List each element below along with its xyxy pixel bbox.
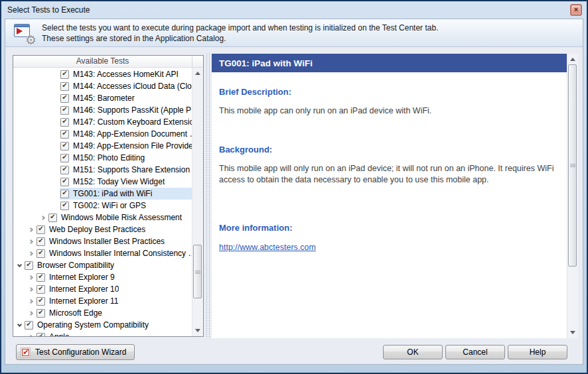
details-scrollbar[interactable] <box>567 54 578 338</box>
expander-icon[interactable] <box>27 288 36 291</box>
tree-item-label: Operating System Compatibility <box>37 320 149 330</box>
tree-item-checkbox[interactable]: ✔ <box>60 118 69 127</box>
tree-item-label: Web Deploy Best Practices <box>49 225 145 234</box>
section-heading: Brief Description: <box>219 87 556 97</box>
expander-icon[interactable] <box>27 336 36 337</box>
banner-line1: Select the tests you want to execute dur… <box>42 23 438 32</box>
dialog-buttons: OK Cancel Help <box>383 345 567 359</box>
tree-rows: ✔ M143: Accesses HomeKit API ✔ M144: Acc… <box>13 68 192 336</box>
main-content: Available Tests ✔ M143: Accesses HomeKit… <box>5 47 583 340</box>
scroll-down-icon[interactable] <box>567 328 578 338</box>
tree-item-checkbox[interactable]: ✔ <box>60 166 69 174</box>
cancel-button[interactable]: Cancel <box>445 345 505 359</box>
tree-item[interactable]: ✔ Web Deploy Best Practices <box>13 223 192 235</box>
available-tests-panel: Available Tests ✔ M143: Accesses HomeKit… <box>13 55 204 337</box>
tree-item[interactable]: ✔ Windows Mobile Risk Assessment <box>13 212 192 223</box>
tree-item[interactable]: ✔ M144: Accesses iCloud Data (Clo… <box>13 80 192 92</box>
tree-item-checkbox[interactable]: ✔ <box>60 178 69 186</box>
tree-item[interactable]: ✔ TG001: iPad with WiFi <box>13 188 192 200</box>
details-title-bar: TG001: iPad with WiFi <box>212 54 567 72</box>
expander-icon[interactable] <box>27 228 36 231</box>
tree-item[interactable]: ✔ Internet Explorer 9 <box>13 271 192 283</box>
expander-icon[interactable] <box>27 312 36 315</box>
close-icon[interactable]: × <box>571 5 581 15</box>
tree-item-checkbox[interactable]: ✔ <box>60 202 69 210</box>
tree-item-checkbox[interactable]: ✔ <box>37 237 45 246</box>
details-title: TG001: iPad with WiFi <box>219 58 313 68</box>
tree-item-label: Windows Mobile Risk Assessment <box>61 213 182 222</box>
tree-item-checkbox[interactable]: ✔ <box>37 297 45 306</box>
tree-item[interactable]: ✔ Windows Installer Best Practices <box>13 235 192 247</box>
tree-item-checkbox[interactable]: ✔ <box>25 321 33 330</box>
scroll-down-icon[interactable] <box>192 326 203 336</box>
tree-item[interactable]: ✔ Internet Explorer 11 <box>13 295 192 307</box>
expander-icon[interactable] <box>15 263 24 268</box>
tree-item-checkbox[interactable]: ✔ <box>37 225 45 234</box>
tree-header-cap <box>192 56 203 67</box>
tree-item[interactable]: ✔ Operating System Compatibility <box>13 319 192 331</box>
tree-item-checkbox[interactable]: ✔ <box>37 285 45 294</box>
window-title: Select Tests to Execute <box>7 5 90 15</box>
tree-item[interactable]: ✔ M148: App-Extension Document … <box>13 128 192 140</box>
tree-item-checkbox[interactable]: ✔ <box>37 333 45 337</box>
test-configuration-wizard-button[interactable]: Test Configuration Wizard <box>16 344 135 360</box>
details-scrollbar-thumb[interactable] <box>568 64 577 267</box>
expander-icon[interactable] <box>15 323 24 328</box>
tree-item[interactable]: ✔ Microsoft Edge <box>13 307 192 319</box>
tree-item-label: Internet Explorer 11 <box>49 296 119 306</box>
tree-item-label: M143: Accesses HomeKit API <box>73 70 179 79</box>
expander-icon[interactable] <box>27 252 36 255</box>
tree-column-header[interactable]: Available Tests <box>13 56 203 68</box>
panel-splitter[interactable] <box>206 54 211 338</box>
tree-item-label: TG002: WiFi or GPS <box>73 201 146 210</box>
expander-icon[interactable] <box>27 240 36 243</box>
gear-icon: ⚙ <box>25 34 37 46</box>
tree-scrollbar-thumb[interactable] <box>193 245 202 298</box>
app-config-icon: ⚙ <box>13 23 35 44</box>
tree-item[interactable]: ✔ M151: Supports Share Extension <box>13 164 192 176</box>
tree-body: ✔ M143: Accesses HomeKit API ✔ M144: Acc… <box>13 68 203 336</box>
tree-item-checkbox[interactable]: ✔ <box>60 154 69 162</box>
tree-item-checkbox[interactable]: ✔ <box>60 106 69 115</box>
tree-item-checkbox[interactable]: ✔ <box>37 273 45 282</box>
tree-item[interactable]: ✔ M147: Custom Keyboard Extension <box>13 116 192 128</box>
tree-item-checkbox[interactable]: ✔ <box>60 130 69 139</box>
expander-icon[interactable] <box>27 300 36 303</box>
more-info-link[interactable]: http://www.abctesters.com <box>219 243 316 252</box>
section-heading: More information: <box>219 223 556 233</box>
tree-item[interactable]: ✔ Windows Installer Internal Consistency… <box>13 247 192 259</box>
section-body: This mobile app will only run on an iPad… <box>219 163 556 186</box>
details-content: Brief Description: This mobile app can o… <box>212 72 567 338</box>
tree-item-checkbox[interactable]: ✔ <box>25 261 33 270</box>
scroll-up-icon[interactable] <box>192 68 203 78</box>
tree-item[interactable]: ✔ M150: Photo Editing <box>13 152 192 164</box>
ok-button[interactable]: OK <box>383 345 443 359</box>
tree-item[interactable]: ✔ Apple <box>13 331 192 336</box>
tree-item[interactable]: ✔ M149: App-Extension File Provider <box>13 140 192 152</box>
tree-item-checkbox[interactable]: ✔ <box>60 82 69 91</box>
tree-item-checkbox[interactable]: ✔ <box>60 70 69 79</box>
tree-item-checkbox[interactable]: ✔ <box>37 309 45 318</box>
expander-icon[interactable] <box>27 276 36 279</box>
tree-item-label: M145: Barometer <box>73 94 135 103</box>
tree-item[interactable]: ✔ M152: Today View Widget <box>13 176 192 188</box>
expander-icon[interactable] <box>38 216 48 219</box>
tree-item[interactable]: ✔ M143: Accesses HomeKit API <box>13 68 192 80</box>
help-button[interactable]: Help <box>508 345 567 359</box>
scroll-up-icon[interactable] <box>567 54 578 64</box>
tree-item-checkbox[interactable]: ✔ <box>60 190 69 198</box>
tree-item[interactable]: ✔ M146: Supports PassKit (Apple P… <box>13 104 192 116</box>
tree-item-checkbox[interactable]: ✔ <box>37 249 45 258</box>
tree-item[interactable]: ✔ M145: Barometer <box>13 92 192 104</box>
tree-item-label: M149: App-Extension File Provider <box>73 141 192 151</box>
tree-item-checkbox[interactable]: ✔ <box>60 142 69 151</box>
tree-item-label: Browser Compatibility <box>37 261 114 270</box>
tree-item-checkbox[interactable]: ✔ <box>48 214 57 222</box>
tree-item-checkbox[interactable]: ✔ <box>60 94 69 103</box>
tree-scrollbar[interactable] <box>192 68 203 336</box>
tree-item[interactable]: ✔ Internet Explorer 10 <box>13 283 192 295</box>
tree-item-label: Apple <box>49 332 70 336</box>
tree-item-label: TG001: iPad with WiFi <box>73 189 152 198</box>
tree-item[interactable]: ✔ Browser Compatibility <box>13 259 192 271</box>
tree-item[interactable]: ✔ TG002: WiFi or GPS <box>13 200 192 212</box>
